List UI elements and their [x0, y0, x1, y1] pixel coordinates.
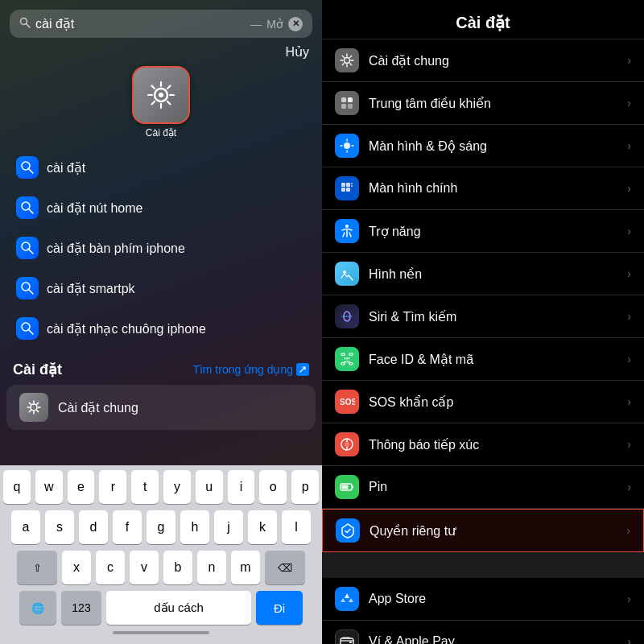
list-item[interactable]: cài đặt smartpk	[6, 269, 316, 308]
right-title: Cài đặt	[456, 14, 510, 31]
battery-chevron: ›	[627, 481, 631, 493]
key-c[interactable]: c	[96, 551, 125, 584]
svg-line-39	[342, 64, 344, 65]
sos-icon: SOS	[335, 390, 359, 414]
wallpaper-icon	[335, 262, 359, 286]
svg-line-8	[152, 86, 155, 89]
section-action-label: Tìm trong ứng dụng	[192, 363, 293, 376]
list-item[interactable]: cài đặt	[6, 148, 316, 187]
key-q[interactable]: q	[3, 470, 31, 504]
app-icon-result[interactable]: Cài đặt	[13, 66, 309, 138]
svg-rect-72	[352, 486, 353, 489]
display-label: Màn hình & Độ sáng	[369, 138, 617, 154]
settings-row-wallpaper[interactable]: Hình nền ›	[322, 253, 644, 295]
svg-rect-59	[341, 353, 345, 356]
key-f[interactable]: f	[113, 510, 142, 544]
key-v[interactable]: v	[130, 551, 159, 584]
keyboard-row-4: 🌐 123 dấu cách Đi	[3, 591, 319, 625]
external-link-icon	[296, 363, 309, 376]
key-a[interactable]: a	[11, 510, 40, 544]
key-j[interactable]: j	[214, 510, 243, 544]
key-h[interactable]: h	[180, 510, 209, 544]
settings-general-label: Cài đặt chung	[58, 400, 138, 415]
svg-line-37	[350, 64, 352, 65]
delete-key[interactable]: ⌫	[265, 551, 305, 584]
key-o[interactable]: o	[259, 470, 287, 504]
numbers-key[interactable]: 123	[61, 591, 101, 625]
svg-point-63	[345, 357, 346, 359]
section-title: Cài đặt	[13, 361, 62, 378]
svg-rect-51	[341, 188, 345, 192]
settings-row-general[interactable]: Cài đặt chung ›	[322, 39, 644, 82]
key-i[interactable]: i	[228, 470, 255, 504]
globe-key[interactable]: 🌐	[19, 591, 56, 625]
svg-point-3	[159, 93, 163, 97]
accessibility-icon	[335, 219, 359, 243]
control-icon	[335, 91, 359, 115]
key-l[interactable]: l	[282, 510, 311, 544]
key-n[interactable]: n	[197, 551, 226, 584]
svg-rect-76	[342, 637, 350, 638]
privacy-label: Quyền riêng tư	[369, 523, 617, 539]
wallpaper-label: Hình nền	[369, 266, 617, 282]
keyboard-row-2: a s d f g h j k l	[3, 510, 319, 544]
result-icon-1	[16, 156, 39, 179]
svg-line-1	[27, 24, 31, 28]
wallet-chevron: ›	[627, 635, 631, 644]
key-b[interactable]: b	[163, 551, 192, 584]
appstore-label: App Store	[369, 592, 617, 606]
key-p[interactable]: p	[291, 470, 319, 504]
search-clear-button[interactable]: ✕	[288, 17, 303, 31]
settings-row-accessibility[interactable]: Trợ năng ›	[322, 210, 644, 253]
svg-point-22	[31, 404, 37, 411]
cancel-button[interactable]: Hủy	[285, 44, 309, 60]
list-item[interactable]: cài đặt nút home	[6, 188, 316, 227]
list-item[interactable]: cài đặt nhạc chuông iphone	[6, 309, 316, 348]
space-key[interactable]: dấu cách	[106, 591, 251, 625]
settings-app-icon-large[interactable]	[132, 66, 190, 124]
go-key[interactable]: Đi	[256, 591, 303, 625]
settings-row-faceid[interactable]: Face ID & Mật mã ›	[322, 338, 644, 381]
settings-row-sos[interactable]: SOS SOS khẩn cấp ›	[322, 381, 644, 423]
settings-general-row[interactable]: Cài đặt chung	[6, 385, 316, 430]
search-icon	[19, 17, 31, 31]
key-e[interactable]: e	[68, 470, 95, 504]
settings-row-contact[interactable]: Thông báo tiếp xúc ›	[322, 423, 644, 466]
settings-row-privacy[interactable]: Quyền riêng tư ›	[322, 509, 644, 552]
result-icon-5	[16, 317, 39, 340]
key-m[interactable]: m	[231, 551, 260, 584]
settings-row-appstore[interactable]: App Store ›	[322, 578, 644, 621]
key-g[interactable]: g	[147, 510, 175, 544]
key-u[interactable]: u	[196, 470, 223, 504]
settings-row-battery[interactable]: Pin ›	[322, 466, 644, 509]
settings-row-siri[interactable]: Siri & Tìm kiếm ›	[322, 295, 644, 338]
key-s[interactable]: s	[45, 510, 74, 544]
key-r[interactable]: r	[99, 470, 126, 504]
settings-row-control[interactable]: Trung tâm điều khiển ›	[322, 82, 644, 125]
result-icon-3	[16, 237, 39, 259]
settings-row-display[interactable]: Màn hình & Độ sáng ›	[322, 125, 644, 167]
list-item[interactable]: cài đặt bàn phím iphone	[6, 229, 316, 267]
key-k[interactable]: k	[248, 510, 277, 544]
svg-text:SOS: SOS	[340, 398, 355, 407]
result-text-1: cài đặt	[47, 160, 85, 175]
shift-key[interactable]: ⇧	[17, 551, 57, 584]
control-chevron: ›	[627, 97, 631, 109]
keyboard-row-1: q w e r t y u i o p	[3, 470, 319, 504]
search-bar[interactable]: cài đặt — Mở ✕	[10, 10, 312, 38]
settings-list: Cài đặt chung › Trung tâm điều khiển ›	[322, 39, 644, 644]
settings-row-homescreen[interactable]: Màn hình chính ›	[322, 167, 644, 210]
settings-row-wallet[interactable]: Ví & Apple Pay ›	[322, 621, 644, 644]
svg-line-10	[167, 86, 171, 89]
section-action-button[interactable]: Tìm trong ứng dụng	[192, 363, 309, 376]
key-x[interactable]: x	[62, 551, 91, 584]
bottom-bar	[3, 625, 319, 641]
keyboard-row-3: ⇧ x c v b n m ⌫	[3, 551, 319, 584]
app-icon-label: Cài đặt	[146, 127, 176, 138]
key-w[interactable]: w	[35, 470, 63, 504]
contact-label: Thông báo tiếp xúc	[369, 437, 617, 452]
key-t[interactable]: t	[131, 470, 159, 504]
key-d[interactable]: d	[79, 510, 108, 544]
key-y[interactable]: y	[163, 470, 191, 504]
sos-chevron: ›	[627, 395, 631, 408]
